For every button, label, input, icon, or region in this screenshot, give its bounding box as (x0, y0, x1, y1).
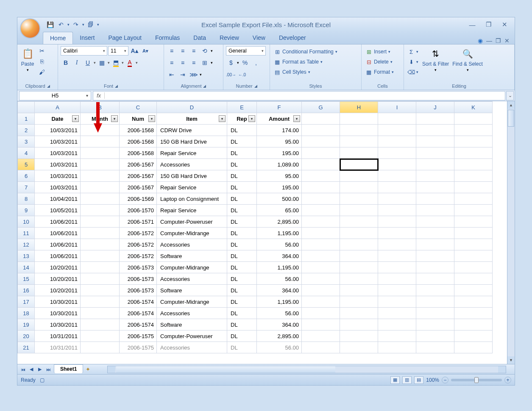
table-header-date[interactable]: Date▾ (35, 113, 81, 125)
cell[interactable]: DL (227, 308, 257, 319)
cell[interactable]: 2006-1575 (120, 342, 157, 353)
cell[interactable]: 2006-1572 (120, 250, 157, 262)
cell[interactable]: 10/31/2011 (35, 342, 81, 353)
cell[interactable]: 2,895.00 (257, 330, 302, 342)
cell[interactable]: 1,195.00 (257, 228, 302, 239)
cell[interactable]: 2006-1568 (120, 136, 157, 147)
cell[interactable]: Computer-Midrange (157, 228, 227, 239)
cell[interactable] (378, 216, 416, 228)
merge-icon[interactable]: ⋙ (189, 70, 199, 79)
cell[interactable] (340, 285, 378, 296)
cell[interactable] (454, 170, 493, 182)
first-sheet-button[interactable]: ⏮ (19, 366, 27, 373)
cell[interactable]: Software (157, 319, 227, 330)
new-sheet-button[interactable]: ✦ (86, 366, 90, 372)
cell[interactable]: Accessories (157, 239, 227, 250)
cell[interactable]: DL (227, 250, 257, 262)
font-size-combo[interactable]: 11 (108, 46, 128, 56)
row-header[interactable]: 13 (18, 250, 35, 262)
cell[interactable]: DL (227, 136, 257, 147)
cell[interactable]: DL (227, 342, 257, 353)
cell[interactable] (378, 228, 416, 239)
cell[interactable] (416, 319, 454, 330)
row-header[interactable]: 15 (18, 273, 35, 285)
cell[interactable]: 56.00 (257, 308, 302, 319)
cell[interactable]: 195.00 (257, 147, 302, 159)
cell[interactable] (340, 330, 378, 342)
decrease-indent-icon[interactable]: ⇤ (167, 70, 177, 79)
cell[interactable]: 2006-1571 (120, 216, 157, 228)
cell[interactable] (302, 193, 340, 205)
tab-formulas[interactable]: Formulas (148, 32, 187, 44)
cell[interactable]: 10/20/2011 (35, 285, 81, 296)
cell[interactable] (416, 239, 454, 250)
fill-color-button[interactable]: ⬒ (111, 58, 121, 67)
cell[interactable] (302, 182, 340, 193)
cell[interactable]: Accessories (157, 308, 227, 319)
increase-indent-icon[interactable]: ⇥ (178, 70, 188, 79)
format-painter-icon[interactable]: 🖌 (37, 67, 47, 77)
cell[interactable] (454, 319, 493, 330)
shrink-font-icon[interactable]: A▾ (140, 46, 150, 56)
cell[interactable]: Computer-Poweruser (157, 330, 227, 342)
cell[interactable] (302, 147, 340, 159)
cell[interactable]: 500.00 (257, 193, 302, 205)
cell[interactable]: 56.00 (257, 239, 302, 250)
cell[interactable]: 95.00 (257, 136, 302, 147)
zoom-level[interactable]: 100% (426, 377, 439, 383)
fx-icon[interactable]: fx (93, 92, 105, 99)
cell[interactable]: 10/20/2011 (35, 273, 81, 285)
cell[interactable] (302, 330, 340, 342)
cell[interactable] (302, 296, 340, 308)
cell[interactable] (340, 262, 378, 273)
tab-view[interactable]: View (246, 32, 272, 44)
close-workbook-button[interactable]: ✕ (504, 37, 510, 44)
next-sheet-button[interactable]: ▶ (36, 366, 44, 373)
cell[interactable]: DL (227, 285, 257, 296)
cell[interactable] (416, 330, 454, 342)
align-center-icon[interactable]: ≡ (178, 58, 188, 67)
cell[interactable] (81, 147, 120, 159)
qat-customize[interactable]: ▾ (97, 22, 99, 27)
cell[interactable]: 2006-1573 (120, 262, 157, 273)
cell[interactable]: 174.00 (257, 125, 302, 136)
format-as-table-button[interactable]: ▦Format as Table ▾ (273, 58, 339, 66)
clipboard-dialog[interactable]: ◢ (47, 84, 50, 88)
select-all-corner[interactable] (18, 102, 35, 113)
cell[interactable]: 2006-1574 (120, 308, 157, 319)
restore-workbook-button[interactable]: ❐ (496, 37, 501, 44)
row-header[interactable]: 21 (18, 342, 35, 353)
autosum-button[interactable]: Σ▾ (407, 48, 420, 56)
cell[interactable] (340, 228, 378, 239)
cell[interactable] (378, 170, 416, 182)
cell[interactable]: 364.00 (257, 250, 302, 262)
cell[interactable]: 10/30/2011 (35, 296, 81, 308)
close-button[interactable]: ✕ (499, 20, 510, 29)
cell[interactable]: Laptop on Consignment (157, 193, 227, 205)
format-cells-button[interactable]: ▦Format ▾ (364, 68, 395, 76)
cell[interactable] (454, 228, 493, 239)
minimize-ribbon-button[interactable]: — (486, 37, 492, 44)
name-box[interactable]: H5 (19, 91, 91, 100)
cut-icon[interactable]: ✂ (37, 46, 47, 56)
sheet-tab[interactable]: Sheet1 (54, 364, 83, 373)
worksheet-grid[interactable]: ABCDEFGHIJK1Date▾Month▾Num▾Item▾Rep▾Amou… (17, 101, 515, 364)
cell[interactable] (454, 182, 493, 193)
row-header[interactable]: 5 (18, 159, 35, 170)
cell[interactable] (302, 308, 340, 319)
cell[interactable] (81, 136, 120, 147)
redo-more[interactable]: ▾ (82, 22, 84, 27)
cell[interactable]: 10/03/2011 (35, 147, 81, 159)
cell[interactable]: DL (227, 330, 257, 342)
alignment-dialog[interactable]: ◢ (203, 84, 206, 88)
cell[interactable] (340, 125, 378, 136)
cell[interactable]: 1,195.00 (257, 296, 302, 308)
cell[interactable] (302, 239, 340, 250)
cell[interactable]: 2006-1572 (120, 239, 157, 250)
col-header-F[interactable]: F (257, 102, 302, 113)
grow-font-icon[interactable]: A▴ (129, 46, 139, 56)
cell[interactable]: 2,895.00 (257, 216, 302, 228)
cell[interactable] (340, 113, 378, 125)
align-top-icon[interactable]: ≡ (167, 46, 177, 56)
tab-developer[interactable]: Developer (272, 32, 313, 44)
